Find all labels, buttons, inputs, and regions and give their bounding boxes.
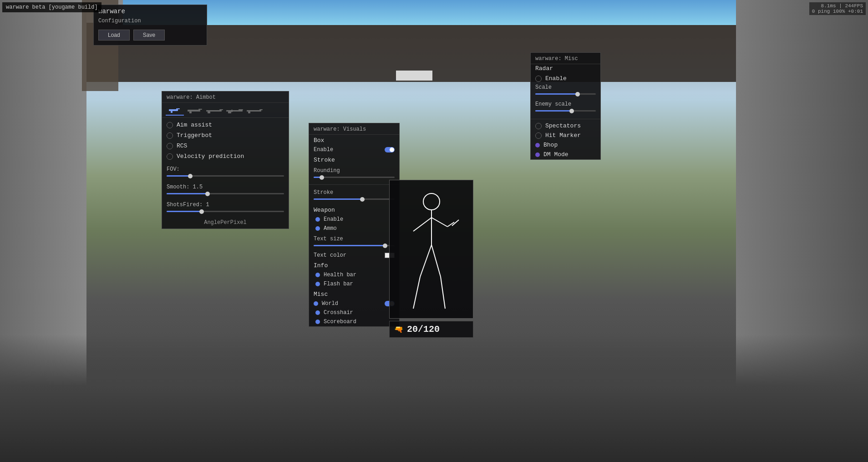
svg-line-24: [431, 245, 441, 277]
rcs-radio[interactable]: [167, 143, 173, 149]
health-bar-row[interactable]: Health bar: [309, 270, 399, 279]
svg-line-25: [441, 277, 445, 309]
hud-bar: [396, 71, 432, 81]
dm-mode-dot: [535, 152, 540, 157]
misc-panel-title: warware: Misc: [531, 53, 600, 64]
svg-rect-4: [198, 109, 202, 110]
text-size-section: Text size: [309, 233, 399, 251]
angle-per-pixel: AnglePerPixel: [162, 217, 289, 228]
hit-marker-radio[interactable]: [535, 132, 542, 139]
svg-rect-0: [169, 109, 178, 111]
shots-slider[interactable]: [167, 211, 284, 212]
dm-mode-row[interactable]: DM Mode: [531, 150, 600, 159]
svg-rect-6: [206, 110, 222, 112]
stroke2-slider[interactable]: [314, 198, 395, 200]
svg-rect-1: [176, 108, 180, 109]
title-text: warware beta [yougame build]: [6, 4, 98, 10]
text-color-label: Text color: [314, 252, 346, 259]
bhop-label: Bhop: [543, 142, 558, 148]
stroke2-section: Stroke: [309, 187, 399, 204]
weapon-enable-row[interactable]: Enable: [309, 215, 399, 224]
aimbot-panel-title: warware: Aimbot: [162, 91, 289, 103]
radar-enable-row[interactable]: Enable: [531, 74, 600, 83]
enemy-scale-row: Enemy scale: [531, 100, 600, 117]
weapon-enable-label: Enable: [324, 216, 343, 223]
box-enable-toggle[interactable]: [385, 147, 395, 152]
aim-assist-radio[interactable]: [167, 122, 173, 128]
scoreboard-label: Scoreboard: [324, 319, 356, 325]
aim-assist-row[interactable]: Aim assist: [162, 120, 289, 130]
shots-section: ShotsFired: 1: [162, 199, 289, 217]
spectators-row[interactable]: Spectators: [531, 121, 600, 131]
hit-marker-row[interactable]: Hit Marker: [531, 131, 600, 140]
flash-bar-label: Flash bar: [324, 281, 353, 287]
svg-rect-10: [239, 109, 243, 110]
weapon-enable-dot: [315, 217, 320, 222]
box-enable-row[interactable]: Enable: [309, 145, 399, 154]
title-bar: warware beta [yougame build]: [2, 2, 102, 12]
weapon-tab-1[interactable]: [186, 106, 204, 116]
visuals-panel-title: warware: Visuals: [309, 123, 399, 135]
svg-rect-9: [226, 110, 243, 112]
svg-line-23: [413, 277, 420, 309]
spectators-radio[interactable]: [535, 123, 542, 129]
scale-slider[interactable]: [535, 93, 596, 95]
stick-figure: [395, 186, 468, 313]
weapon-tabs: [162, 103, 289, 118]
text-size-slider[interactable]: [314, 245, 395, 246]
radar-label: Radar: [531, 64, 600, 74]
ammo-display: 🔫 20/120: [389, 321, 473, 338]
rcs-row[interactable]: RCS: [162, 141, 289, 151]
radar-enable-radio[interactable]: [535, 76, 542, 82]
stick-figure-panel: [389, 180, 473, 319]
stats-line1: 8.1ms | 244FPS: [812, 3, 863, 9]
world-label: World: [322, 300, 338, 307]
stroke-header: Stroke: [309, 154, 399, 165]
load-button[interactable]: Load: [98, 30, 130, 41]
stroke2-label: Stroke: [314, 189, 395, 196]
world-row[interactable]: World: [309, 299, 399, 308]
scoreboard-dot: [315, 320, 320, 324]
rounding-slider[interactable]: [314, 177, 395, 178]
svg-rect-15: [248, 112, 250, 113]
box-enable-label: Enable: [314, 147, 333, 153]
svg-rect-12: [231, 110, 233, 112]
triggerbot-label: Triggerbot: [177, 132, 212, 139]
triggerbot-radio[interactable]: [167, 132, 173, 139]
enemy-scale-slider[interactable]: [535, 110, 596, 112]
fov-slider[interactable]: [167, 175, 284, 177]
text-color-row[interactable]: Text color: [309, 251, 399, 260]
flash-bar-row[interactable]: Flash bar: [309, 279, 399, 289]
weapon-tab-3[interactable]: [226, 106, 244, 116]
velocity-row[interactable]: Velocity prediction: [162, 151, 289, 162]
visuals-panel: warware: Visuals Box Enable Stroke Round…: [309, 123, 400, 327]
world-dot: [314, 301, 318, 306]
bhop-row[interactable]: Bhop: [531, 140, 600, 150]
ammo-icon: 🔫: [394, 325, 403, 334]
weapon-header: Weapon: [309, 204, 399, 215]
svg-rect-5: [189, 112, 192, 113]
triggerbot-row[interactable]: Triggerbot: [162, 130, 289, 141]
svg-rect-13: [247, 110, 261, 112]
rcs-label: RCS: [177, 142, 187, 149]
velocity-radio[interactable]: [167, 153, 173, 160]
crosshair-row[interactable]: Crosshair: [309, 308, 399, 317]
radar-enable-label: Enable: [545, 75, 567, 82]
weapon-tab-2[interactable]: [206, 106, 224, 116]
misc-vis-header: Misc: [309, 289, 399, 299]
svg-line-19: [431, 218, 447, 227]
smooth-slider[interactable]: [167, 193, 284, 194]
save-button[interactable]: Save: [133, 30, 165, 41]
health-bar-dot: [315, 273, 320, 277]
weapon-ammo-row[interactable]: Ammo: [309, 224, 399, 233]
stats-line2: 0 ping 100% +0:01: [812, 9, 863, 14]
weapon-tab-4[interactable]: [246, 106, 264, 116]
enemy-scale-label: Enemy scale: [535, 101, 596, 107]
weapon-tab-0[interactable]: [166, 106, 184, 116]
scoreboard-row[interactable]: Scoreboard: [309, 317, 399, 326]
rounding-section: Rounding: [309, 165, 399, 183]
svg-rect-3: [188, 110, 200, 112]
bhop-dot: [535, 143, 540, 147]
config-panel: warware Configuration Load Save: [93, 5, 207, 46]
svg-rect-14: [259, 109, 263, 110]
